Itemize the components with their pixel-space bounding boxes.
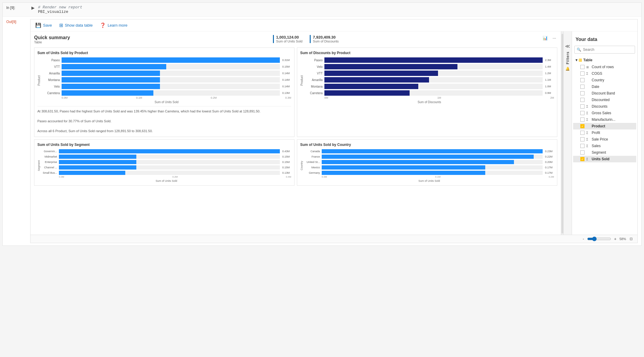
chart4-x-ticks: 0.0M0.1M0.2M [322, 176, 554, 178]
filters-panel[interactable]: ≪ Filters 🔔 [563, 31, 572, 235]
chart1-y-label: Product [37, 75, 41, 86]
field-type-icon: Σ [586, 72, 590, 75]
field-segment[interactable]: Segment [573, 149, 636, 156]
table-tree-header[interactable]: ▾ ⊞ Table [573, 57, 636, 64]
chart3-bar-chart: Governm... 0.43M Midmarket 0.15M [42, 149, 291, 175]
field-checkbox[interactable] [580, 118, 585, 122]
field-cogs[interactable]: Σ COGS [573, 70, 636, 77]
learn-more-label: Learn more [108, 23, 127, 28]
field-label: Count of rows [592, 65, 614, 69]
more-options-button[interactable]: ··· [551, 35, 557, 41]
field-checkbox-checked[interactable]: ✓ [580, 157, 585, 161]
field-checkbox[interactable] [580, 111, 585, 115]
field-gross-sales[interactable]: Σ Gross Sales [573, 110, 636, 116]
save-button[interactable]: 💾 Save [35, 22, 52, 28]
qs-actions: 📊 ··· [541, 35, 557, 41]
chart-units-segment: Sum of Units Sold by Segment Segment Gov… [34, 139, 294, 186]
field-checkbox[interactable] [580, 91, 585, 95]
visualize-icon-button[interactable]: 📊 [541, 35, 549, 41]
table-row: Montana 1.0M [305, 84, 554, 89]
show-data-table-button[interactable]: ⊞ Show data table [59, 22, 93, 28]
field-checkbox[interactable] [580, 131, 585, 135]
field-profit[interactable]: Σ Profit [573, 129, 636, 136]
chart4-y-label: Country [300, 161, 303, 170]
field-count-of-rows[interactable]: ⊞ Count of rows [573, 64, 636, 70]
table-row: France 0.22M [304, 155, 554, 159]
chart2-x-ticks: 0M1M2M [324, 96, 554, 99]
scroll-thumb[interactable] [561, 34, 563, 234]
search-input[interactable] [574, 46, 635, 54]
field-date[interactable]: Date [573, 83, 636, 90]
field-label: Discounts [592, 104, 608, 109]
your-data-panel: Your data 🔍 ▾ ⊞ Table [572, 31, 637, 235]
field-checkbox-checked[interactable]: ✓ [580, 124, 585, 128]
zoom-in-button[interactable]: + [614, 237, 617, 241]
kpi1-value: 1,003,124.00 [276, 35, 303, 39]
field-checkbox[interactable] [580, 98, 585, 102]
fit-screen-button[interactable]: ⊡ [628, 236, 634, 242]
field-discount-band[interactable]: Discount Band [573, 90, 636, 97]
chart-discounts-product: Sum of Discounts by Product Product Pase… [297, 48, 557, 137]
table-row: VTT 1.2M [305, 71, 554, 76]
chart3-bars: Governm... 0.43M Midmarket 0.15M [42, 149, 291, 182]
field-type-icon: Σ [586, 112, 590, 115]
kpi-group: 1,003,124.00 Sum of Units Sold 7,920,409… [273, 35, 339, 43]
field-sales[interactable]: Σ Sales [573, 143, 636, 149]
chart2-inner: Product Paseo 2.3M [300, 57, 554, 104]
field-country[interactable]: Country [573, 77, 636, 83]
code-fn: PBI_visualize [38, 10, 82, 14]
field-label: Country [592, 78, 604, 82]
table-row: VTT 0.15M [42, 64, 291, 69]
chart4-bar-chart: Canada 0.23M France 0.22M [304, 149, 554, 175]
field-label: Segment [592, 150, 606, 155]
table-row: Velo 1.4M [305, 64, 554, 69]
filters-label: Filters [566, 51, 570, 64]
table-row: Governm... 0.43M [42, 149, 291, 153]
field-checkbox[interactable] [580, 104, 585, 109]
scrollbar[interactable] [561, 31, 563, 235]
expand-icon: ▾ [576, 58, 577, 62]
zoom-slider[interactable] [587, 237, 611, 241]
field-type-icon: ⊞ [586, 65, 590, 69]
field-manufacturing[interactable]: Σ Manufacturin... [573, 116, 636, 123]
field-checkbox[interactable] [580, 150, 585, 155]
field-checkbox[interactable] [580, 65, 585, 69]
table-row: Germany 0.17M [304, 171, 554, 175]
toolbar: 💾 Save ⊞ Show data table ❓ Learn more [30, 19, 637, 31]
table-row: Carretera 0.9M [305, 90, 554, 96]
status-bar: - + 58% ⊡ [30, 235, 637, 243]
field-checkbox[interactable] [580, 85, 585, 89]
run-button[interactable]: ▶ [30, 5, 36, 10]
table-tree-name: Table [583, 58, 592, 62]
chart3-title: Sum of Units Sold by Segment [37, 143, 291, 147]
quick-summary-title: Quick summary [34, 35, 70, 40]
field-discounts[interactable]: Σ Discounts [573, 103, 636, 110]
bell-icon: 🔔 [565, 67, 570, 71]
field-product[interactable]: ✓ Product [573, 123, 636, 129]
table-row: Channel ... 0.15M [42, 165, 291, 170]
field-label: Sales [592, 144, 601, 148]
insight-text-1: At 308,631.50, Paseo had the highest Sum… [37, 106, 291, 134]
field-checkbox[interactable] [580, 78, 585, 82]
charts-row-2: Sum of Units Sold by Segment Segment Gov… [34, 139, 557, 186]
field-units-sold[interactable]: ✓ Σ Units Sold [573, 156, 636, 162]
quick-summary-subtitle: Table [34, 40, 70, 44]
field-label: Gross Sales [592, 111, 611, 115]
chart1-x-label: Sum of Units Sold [42, 100, 291, 104]
chart3-inner: Segment Governm... 0.43M [37, 149, 291, 182]
table-row: Carretera 0.13M [42, 90, 291, 96]
field-checkbox[interactable] [580, 144, 585, 148]
chart1-inner: Product Paseo 0.31M [37, 57, 291, 104]
field-sale-price[interactable]: Σ Sale Price [573, 136, 636, 143]
field-discounted[interactable]: Discounted [573, 97, 636, 103]
zoom-out-button[interactable]: - [582, 237, 585, 241]
collapse-icon[interactable]: ≪ [565, 43, 570, 49]
learn-more-button[interactable]: ❓ Learn more [100, 22, 127, 28]
field-checkbox[interactable] [580, 137, 585, 141]
kpi2-value: 7,920,409.30 [313, 35, 339, 39]
chart4-inner: Country Canada 0.23M [300, 149, 554, 182]
chart1-bar-chart: Paseo 0.31M VTT 0.15M [42, 57, 291, 96]
cell-input: In [9]: ▶ # Render new report PBI_visual… [3, 3, 641, 17]
chart1-title: Sum of Units Sold by Product [37, 51, 291, 55]
field-checkbox[interactable] [580, 71, 585, 76]
